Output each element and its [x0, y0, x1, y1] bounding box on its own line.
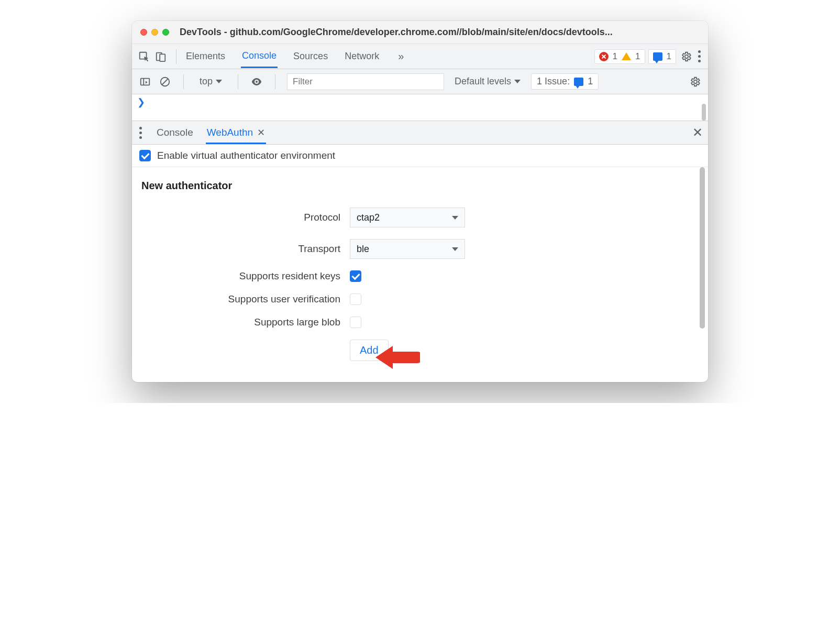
resident-keys-label: Supports resident keys — [141, 270, 340, 282]
context-selector[interactable]: top — [195, 74, 226, 89]
filter-input[interactable] — [287, 73, 444, 90]
tab-elements[interactable]: Elements — [185, 46, 226, 67]
svg-line-5 — [162, 79, 168, 84]
transport-label: Transport — [141, 243, 340, 255]
panel-scrollbar[interactable] — [699, 167, 706, 382]
context-value: top — [200, 76, 213, 87]
window-title: DevTools - github.com/GoogleChrome/devel… — [180, 27, 613, 38]
user-verification-label: Supports user verification — [141, 293, 340, 305]
issues-count: 1 — [588, 76, 593, 87]
tab-sources[interactable]: Sources — [292, 46, 329, 67]
message-icon — [653, 52, 662, 61]
transport-row: Transport ble — [141, 239, 699, 259]
drawer-tab-console[interactable]: Console — [156, 123, 194, 143]
enable-virtual-authenticator-checkbox[interactable] — [139, 150, 151, 161]
warning-icon — [622, 52, 631, 60]
more-tabs-icon[interactable]: » — [395, 50, 407, 62]
large-blob-row: Supports large blob — [141, 317, 699, 328]
svg-rect-3 — [141, 78, 150, 85]
drawer-tab-webauthn[interactable]: WebAuthn ✕ — [206, 123, 266, 144]
enable-label: Enable virtual authenticator environment — [157, 150, 335, 161]
levels-value: Default levels — [455, 76, 511, 87]
device-toolbar-icon[interactable] — [154, 50, 168, 63]
caret-down-icon — [216, 80, 222, 83]
separator — [275, 74, 275, 89]
scrollbar-thumb[interactable] — [702, 104, 706, 121]
close-window-button[interactable] — [140, 29, 147, 36]
console-messages-area: ❯ — [132, 94, 708, 121]
scrollbar-thumb[interactable] — [700, 167, 705, 329]
console-settings-icon[interactable] — [688, 75, 702, 89]
minimize-window-button[interactable] — [151, 29, 158, 36]
protocol-select[interactable]: ctap2 — [350, 208, 465, 227]
error-count: 1 — [613, 51, 617, 62]
console-sidebar-toggle-icon[interactable] — [138, 75, 152, 89]
protocol-label: Protocol — [141, 212, 340, 223]
settings-icon[interactable] — [679, 50, 693, 63]
titlebar: DevTools - github.com/GoogleChrome/devel… — [132, 21, 708, 44]
large-blob-checkbox[interactable] — [350, 317, 361, 328]
svg-rect-2 — [160, 54, 165, 61]
transport-value: ble — [357, 244, 369, 255]
drawer-tabs: Console WebAuthn ✕ ✕ — [132, 121, 708, 145]
clear-console-icon[interactable] — [158, 75, 172, 89]
separator — [176, 49, 176, 64]
warning-count: 1 — [635, 51, 640, 62]
inspect-element-icon[interactable] — [137, 50, 151, 63]
new-authenticator-heading: New authenticator — [141, 180, 699, 192]
user-verification-checkbox[interactable] — [350, 293, 361, 305]
resident-keys-checkbox[interactable] — [350, 270, 361, 282]
protocol-value: ctap2 — [357, 212, 380, 223]
close-drawer-icon[interactable]: ✕ — [692, 125, 703, 140]
separator — [238, 74, 238, 89]
user-verification-row: Supports user verification — [141, 293, 699, 305]
live-expression-icon[interactable] — [250, 75, 263, 89]
tab-console[interactable]: Console — [241, 45, 278, 68]
transport-select[interactable]: ble — [350, 239, 465, 259]
main-toolbar: Elements Console Sources Network » 1 1 1 — [132, 44, 708, 69]
console-toolbar: top Default levels 1 Issue: 1 — [132, 69, 708, 94]
main-tabs: Elements Console Sources Network » — [185, 45, 407, 68]
separator — [183, 74, 184, 89]
tab-network[interactable]: Network — [344, 46, 380, 67]
large-blob-label: Supports large blob — [141, 317, 340, 328]
prompt-chevron-icon: ❯ — [137, 96, 145, 108]
zoom-window-button[interactable] — [162, 29, 169, 36]
drawer-tab-webauthn-label: WebAuthn — [207, 127, 253, 138]
error-warning-badge[interactable]: 1 1 — [594, 49, 645, 64]
webauthn-panel: New authenticator Protocol ctap2 Transpo… — [132, 167, 708, 382]
traffic-lights — [140, 29, 169, 36]
drawer-kebab-icon[interactable] — [137, 125, 144, 141]
devtools-window: DevTools - github.com/GoogleChrome/devel… — [132, 21, 708, 382]
resident-keys-row: Supports resident keys — [141, 270, 699, 282]
error-icon — [599, 52, 609, 61]
close-tab-icon[interactable]: ✕ — [257, 127, 265, 138]
protocol-row: Protocol ctap2 — [141, 208, 699, 227]
annotation-arrow-icon — [373, 342, 420, 375]
issues-label: 1 Issue: — [537, 76, 570, 87]
issues-badge[interactable]: 1 Issue: 1 — [531, 73, 599, 90]
message-count: 1 — [667, 51, 671, 62]
enable-virtual-authenticator-row: Enable virtual authenticator environment — [132, 145, 708, 167]
kebab-menu-icon[interactable] — [696, 48, 703, 64]
caret-down-icon — [514, 80, 521, 83]
message-icon — [574, 78, 583, 86]
caret-down-icon — [452, 247, 458, 251]
messages-badge[interactable]: 1 — [648, 49, 676, 64]
caret-down-icon — [452, 216, 458, 220]
log-levels-selector[interactable]: Default levels — [450, 74, 525, 89]
